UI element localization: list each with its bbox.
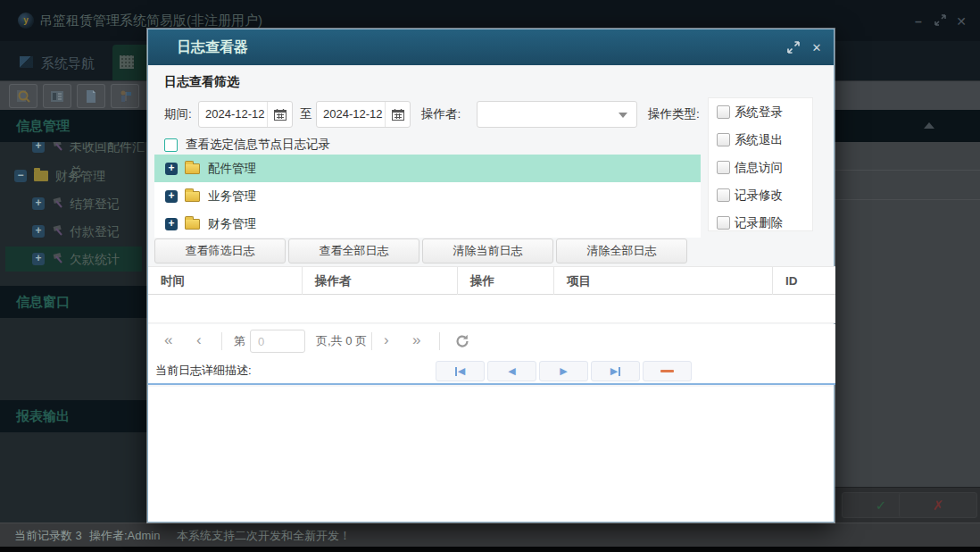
expand-icon[interactable]: + — [32, 225, 45, 238]
checkbox-icon[interactable] — [164, 138, 178, 152]
sidebar-panel-info-window[interactable]: 信息窗口 — [0, 286, 147, 318]
expand-icon[interactable]: + — [32, 253, 45, 265]
prev-record-icon: ◀ — [508, 366, 515, 376]
tree-item-business-management[interactable]: + 业务管理 — [154, 182, 701, 210]
remove-record-button[interactable] — [643, 361, 692, 381]
app-window: y 吊篮租赁管理系统简易版(非注册用户) – ✕ 系统导航 — [0, 0, 980, 552]
tree-item-arrears-statistics[interactable]: + 欠款统计 — [5, 247, 142, 272]
restore-icon[interactable] — [932, 13, 948, 29]
sidebar-panel-info-management[interactable]: 信息管理 — [0, 110, 147, 142]
type-option-label: 记录修改 — [735, 188, 783, 204]
next-record-button[interactable]: ▶ — [539, 361, 588, 381]
tool-icon — [52, 224, 64, 237]
minimize-icon[interactable]: – — [910, 13, 926, 29]
page-prefix-label: 第 — [234, 324, 245, 358]
checkbox-icon[interactable] — [717, 133, 730, 146]
folder-icon — [185, 219, 200, 230]
collapse-arrow-icon[interactable] — [924, 122, 934, 129]
tree-item-payment-register[interactable]: + 付款登记 — [0, 219, 147, 244]
node-filter-label: 查看选定信息节点日志记录 — [186, 137, 330, 153]
sidebar-panel-report-output[interactable]: 报表输出 — [0, 400, 147, 432]
operator-select[interactable] — [477, 101, 637, 128]
column-header-operator[interactable]: 操作者 — [303, 267, 458, 295]
detail-description-label: 当前日志详细描述: — [155, 358, 252, 383]
expand-icon[interactable]: + — [165, 218, 178, 230]
tree-item-parts-management[interactable]: + 配件管理 — [154, 155, 701, 182]
expand-icon[interactable]: + — [32, 197, 45, 210]
last-page-icon[interactable]: » — [412, 324, 420, 358]
last-record-icon — [619, 367, 620, 376]
calendar-button[interactable] — [267, 102, 292, 127]
tree-item-finance-management[interactable]: + 财务管理 — [154, 210, 701, 238]
user-button[interactable] — [111, 84, 139, 108]
page-count-label: 页,共 0 页 — [316, 324, 367, 358]
type-option-record-delete[interactable]: 记录删除 — [709, 209, 812, 231]
folder-icon — [185, 191, 200, 202]
to-label: 至 — [300, 100, 312, 129]
tree-item-label: 业务管理 — [208, 188, 256, 205]
type-option-label: 系统退出 — [735, 132, 783, 148]
filter-section-title: 日志查看筛选 — [164, 74, 239, 90]
close-icon[interactable]: ✕ — [809, 40, 825, 54]
chevron-down-icon — [619, 113, 627, 118]
type-option-record-modify[interactable]: 记录修改 — [709, 181, 812, 209]
last-record-button[interactable]: ▶ — [591, 361, 640, 381]
tab-system-navigation[interactable]: 系统导航 — [9, 46, 109, 80]
pagination-bar: « ‹ 第 页,共 0 页 › » — [148, 324, 835, 358]
column-header-id[interactable]: ID — [773, 267, 835, 295]
expand-icon[interactable]: + — [32, 142, 45, 153]
tree-item-label: 配件管理 — [208, 161, 256, 177]
next-record-icon: ▶ — [560, 366, 567, 376]
divider — [371, 332, 372, 350]
log-detail-area — [148, 387, 834, 522]
column-header-time[interactable]: 时间 — [148, 267, 303, 295]
view-all-logs-button[interactable]: 查看全部日志 — [288, 238, 419, 263]
page-number-input[interactable] — [250, 330, 305, 353]
checkbox-icon[interactable] — [717, 216, 730, 230]
ledger-button[interactable] — [43, 84, 71, 108]
close-icon[interactable]: ✕ — [953, 13, 969, 29]
dialog-title: 日志查看器 — [177, 29, 248, 65]
checkbox-icon[interactable] — [717, 105, 730, 119]
tree-item-label: 财务管理 — [208, 216, 256, 232]
refresh-button[interactable] — [455, 334, 469, 352]
clear-current-logs-button[interactable]: 清除当前日志 — [422, 238, 553, 263]
prev-page-icon[interactable]: ‹ — [196, 324, 202, 358]
tree-item-label: 结算登记 — [70, 191, 120, 216]
prev-record-button[interactable]: ◀ — [487, 361, 536, 381]
view-filtered-logs-button[interactable]: 查看筛选日志 — [154, 238, 286, 263]
tree-item-unreturned-parts[interactable]: + 未收回配件汇总 — [0, 142, 147, 159]
expand-icon[interactable]: + — [165, 190, 178, 203]
type-option-system-logout[interactable]: 系统退出 — [709, 126, 812, 154]
first-page-icon[interactable]: « — [164, 324, 172, 358]
node-filter-checkbox-row[interactable]: 查看选定信息节点日志记录 — [164, 133, 330, 156]
calendar-button[interactable] — [385, 102, 410, 127]
checkbox-icon[interactable] — [717, 188, 730, 202]
column-header-operation[interactable]: 操作 — [458, 267, 554, 295]
type-option-info-access[interactable]: 信息访问 — [709, 154, 812, 181]
minus-icon — [660, 370, 674, 372]
divider — [221, 332, 222, 350]
next-page-icon[interactable]: › — [384, 324, 389, 358]
document-button[interactable] — [77, 84, 105, 108]
maximize-icon[interactable] — [785, 40, 801, 54]
tree-item-settlement-register[interactable]: + 结算登记 — [0, 191, 147, 216]
status-record-count: 当前记录数 3 — [14, 523, 82, 548]
sidebar: 信息管理 + 未收回配件汇总 − 财务管理 + 结算登记 + 付款登记 — [0, 110, 147, 523]
collapse-icon[interactable]: − — [14, 170, 27, 182]
tree-item-finance-management[interactable]: − 财务管理 — [0, 163, 147, 188]
dialog-header[interactable]: 日志查看器 ✕ — [148, 29, 834, 65]
cancel-button[interactable]: ✗ — [899, 492, 977, 518]
first-record-icon — [455, 367, 457, 376]
column-header-project[interactable]: 项目 — [554, 267, 773, 295]
expand-icon[interactable]: + — [165, 163, 178, 175]
checkbox-icon[interactable] — [717, 161, 730, 174]
date-from-input[interactable]: 2024-12-12 — [198, 101, 293, 128]
date-to-input[interactable]: 2024-12-12 — [316, 101, 411, 128]
first-record-button[interactable]: ◀ — [436, 361, 485, 381]
confirm-icon: ✓ — [876, 498, 887, 513]
search-button[interactable] — [9, 84, 37, 108]
clear-all-logs-button[interactable]: 清除全部日志 — [556, 238, 687, 263]
type-option-system-login[interactable]: 系统登录 — [709, 98, 812, 126]
log-viewer-dialog: 日志查看器 ✕ 日志查看筛选 期间: 2024-12-12 至 2024-12-… — [147, 29, 835, 523]
